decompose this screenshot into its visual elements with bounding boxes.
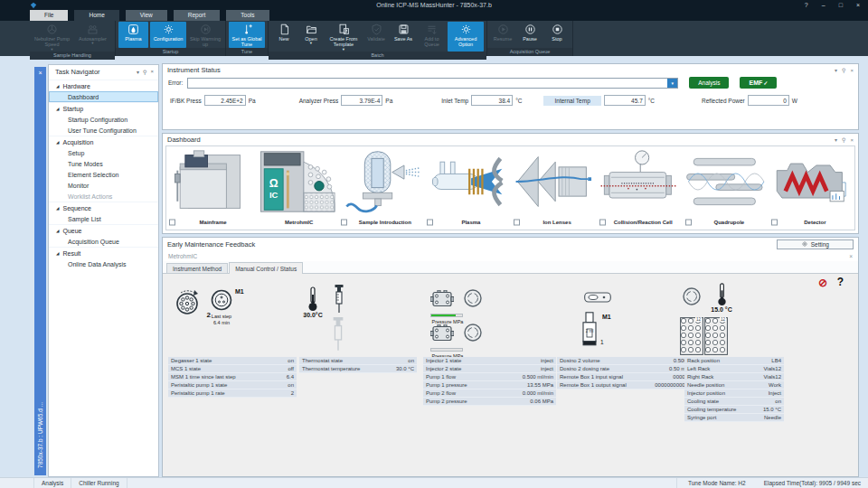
tree-item-setup[interactable]: Setup bbox=[49, 147, 158, 158]
stop-button[interactable]: Stop bbox=[543, 22, 571, 48]
tree-item-element-selection[interactable]: Element Selection bbox=[49, 169, 158, 180]
mainframe-graphic[interactable] bbox=[168, 148, 254, 215]
tree-item-acquisition-queue[interactable]: Acquisition Queue bbox=[49, 236, 158, 247]
error-combobox[interactable]: ▾ bbox=[187, 78, 678, 89]
tree-item-worklist-actions[interactable]: Worklist Actions bbox=[49, 191, 158, 202]
component-label: Sample Introduction bbox=[359, 220, 411, 225]
component-checkbox[interactable] bbox=[771, 220, 778, 226]
open-button[interactable]: Open ▾ bbox=[297, 22, 325, 52]
status-row-label: Cooling state bbox=[684, 398, 775, 405]
tree-item-dashboard[interactable]: Dashboard bbox=[49, 91, 158, 102]
component-checkbox[interactable] bbox=[341, 220, 347, 226]
set-as-global-tune-button[interactable]: Set as Global Tune bbox=[229, 22, 265, 48]
create-from-template-button[interactable]: Create From Template ▾ bbox=[325, 22, 363, 52]
m1-module-icon[interactable]: M1 Last step 6.4 min bbox=[210, 288, 250, 313]
restore-button[interactable]: □ bbox=[839, 2, 843, 8]
setting-button[interactable]: Setting bbox=[777, 239, 854, 249]
tab-manual-control-status[interactable]: Manual Control / Status bbox=[229, 262, 303, 274]
pin-icon[interactable]: ⚲ bbox=[143, 69, 146, 75]
ion-lenses-graphic[interactable] bbox=[511, 148, 597, 215]
tree-section-hardware[interactable]: ◢Hardware bbox=[49, 80, 158, 91]
sampler-valve-icon[interactable] bbox=[682, 286, 702, 307]
tree-item-monitor[interactable]: Monitor bbox=[49, 180, 158, 191]
pin-icon[interactable]: ⚲ bbox=[842, 67, 845, 73]
component-checkbox[interactable] bbox=[685, 220, 692, 226]
plasma-graphic[interactable] bbox=[425, 148, 511, 215]
validate-button[interactable]: Validate bbox=[363, 22, 390, 52]
close-icon[interactable]: × bbox=[850, 137, 854, 143]
field-value-input[interactable]: 45.7 bbox=[604, 95, 646, 106]
status-row: Remote Box 1 output signal00000000000000 bbox=[557, 381, 700, 389]
tab-instrument-method[interactable]: Instrument Method bbox=[166, 263, 228, 273]
quadrupole-graphic[interactable] bbox=[682, 148, 768, 215]
tab-home[interactable]: Home bbox=[74, 10, 118, 21]
thermostat-icon[interactable]: 30.0°C bbox=[295, 286, 331, 318]
metrohm-ic-graphic[interactable]: Ω IC bbox=[254, 148, 340, 215]
autosampler-button[interactable]: Autosampler ▾ bbox=[72, 22, 113, 52]
component-checkbox[interactable] bbox=[599, 220, 606, 226]
prohibit-icon[interactable]: ⊘ bbox=[818, 277, 827, 289]
tree-section-startup[interactable]: ◢Startup bbox=[49, 102, 158, 114]
panel-menu-icon[interactable]: ▾ bbox=[835, 136, 837, 143]
nebulizer-pump-speed-button[interactable]: Nebulizer Pump Speed ▾ bbox=[32, 22, 72, 52]
help-icon[interactable]: ? bbox=[837, 276, 844, 288]
component-checkbox[interactable] bbox=[169, 220, 175, 226]
collision-reaction-cell-graphic[interactable] bbox=[596, 148, 682, 215]
cooling-thermometer-icon[interactable]: 15.0 °C bbox=[703, 283, 740, 313]
close-icon[interactable]: × bbox=[34, 70, 46, 76]
pin-icon[interactable]: ⚲ bbox=[842, 136, 845, 143]
msm-valve-icon[interactable]: 2 bbox=[175, 288, 207, 316]
tree-section-queue[interactable]: ◢Queue bbox=[49, 224, 158, 236]
tree-section-acquisition[interactable]: ◢Acquisition bbox=[49, 136, 158, 147]
help-button[interactable]: ? bbox=[805, 2, 808, 8]
tree-item-online-data-analysis[interactable]: Online Data Analysis bbox=[49, 258, 158, 269]
close-icon[interactable]: × bbox=[850, 68, 854, 73]
close-icon[interactable]: × bbox=[150, 69, 154, 74]
new-button[interactable]: New bbox=[270, 22, 297, 52]
advanced-option-button[interactable]: Advanced Option bbox=[448, 22, 484, 52]
resume-button[interactable]: Resume bbox=[489, 22, 516, 48]
save-as-button[interactable]: Save As bbox=[390, 22, 417, 52]
injector-1-icon[interactable]: Pressure MPa bbox=[430, 290, 486, 309]
sample-racks-icon[interactable]: 12 12 bbox=[680, 317, 731, 355]
add-to-queue-button[interactable]: Add to Queue bbox=[417, 22, 447, 52]
status-row: Degasser 1 stateon bbox=[168, 357, 297, 365]
docked-data-tab[interactable]: × 7850x-37.b : UPW65.d ... bbox=[34, 67, 46, 475]
skip-warming-up-button[interactable]: Skip Warming up bbox=[187, 22, 223, 48]
tree-item-user-tune-configuration[interactable]: User Tune Configuration bbox=[49, 125, 158, 136]
tree-item-startup-configuration[interactable]: Startup Configuration bbox=[49, 114, 158, 125]
analysis-button[interactable]: Analysis bbox=[689, 77, 729, 89]
plasma-button[interactable]: Plasma bbox=[118, 22, 148, 48]
field-value-input[interactable]: 0 bbox=[748, 95, 789, 106]
tab-file[interactable]: File bbox=[30, 10, 68, 21]
panel-menu-icon[interactable]: ▾ bbox=[835, 67, 837, 73]
tab-report[interactable]: Report bbox=[174, 10, 221, 21]
detector-graphic[interactable] bbox=[767, 148, 853, 215]
close-icon[interactable]: × bbox=[849, 253, 853, 259]
pause-button[interactable]: Pause bbox=[516, 22, 543, 48]
component-checkbox[interactable] bbox=[427, 220, 433, 226]
tab-tools[interactable]: Tools bbox=[226, 10, 269, 21]
tree-section-sequence[interactable]: ◢Sequence bbox=[49, 202, 158, 213]
tree-item-sample-list[interactable]: Sample List bbox=[49, 213, 158, 224]
minimize-button[interactable]: – bbox=[822, 2, 826, 8]
syringe-icon[interactable] bbox=[335, 285, 344, 314]
dosino-bottle-icon[interactable]: M1 2 ml 1 bbox=[580, 312, 617, 347]
configuration-button[interactable]: Configuration bbox=[150, 22, 186, 48]
field-value-input[interactable]: 3.79E-4 bbox=[341, 95, 382, 106]
pause-icon bbox=[524, 23, 536, 35]
tree-section-label: Result bbox=[62, 250, 80, 257]
field-value-input[interactable]: 2.45E+2 bbox=[204, 95, 246, 106]
field-value-input[interactable]: 38.4 bbox=[471, 95, 513, 106]
tab-view[interactable]: View bbox=[126, 10, 167, 21]
panel-menu-icon[interactable]: ▾ bbox=[137, 69, 139, 75]
eluent-icon[interactable] bbox=[584, 292, 611, 304]
tree-section-result[interactable]: ◢Result bbox=[49, 247, 158, 258]
injector-2-icon[interactable]: Pressure MPa bbox=[430, 324, 486, 343]
tree-item-tune-modes[interactable]: Tune Modes bbox=[49, 158, 158, 169]
sample-introduction-graphic[interactable] bbox=[339, 148, 425, 215]
combo-dropdown-icon[interactable]: ▾ bbox=[667, 79, 677, 88]
emf-button[interactable]: EMF ✓ bbox=[740, 77, 777, 89]
component-checkbox[interactable] bbox=[514, 220, 520, 226]
close-button[interactable]: × bbox=[856, 2, 860, 8]
